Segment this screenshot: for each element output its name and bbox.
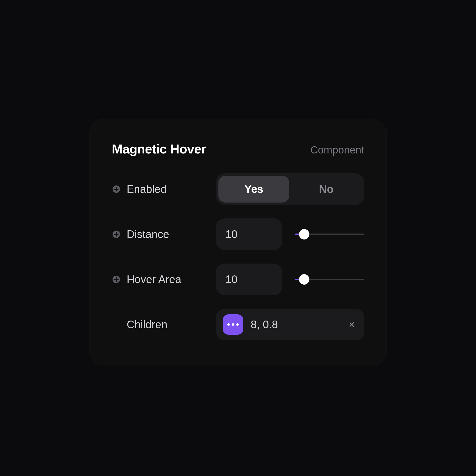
enabled-label: Enabled [127, 183, 167, 195]
enabled-yes-button[interactable]: Yes [218, 176, 289, 203]
distance-label: Distance [127, 228, 169, 240]
enabled-toggle: Yes No [216, 173, 364, 205]
panel-title: Magnetic Hover [112, 142, 206, 156]
row-label-wrap: Hover Area [112, 273, 216, 286]
row-enabled: Enabled Yes No [112, 173, 364, 205]
hover-area-input[interactable]: 10 [216, 264, 282, 295]
distance-input[interactable]: 10 [216, 218, 282, 250]
children-value-text: 8, 0.8 [251, 318, 339, 331]
slider-thumb[interactable] [299, 274, 309, 285]
more-horizontal-icon[interactable] [223, 314, 243, 335]
row-label-wrap: Enabled [112, 183, 216, 195]
enabled-no-button[interactable]: No [291, 176, 362, 203]
slider-thumb[interactable] [299, 229, 309, 239]
panel-type-tag: Component [310, 144, 364, 156]
close-icon[interactable] [346, 319, 357, 330]
hover-area-slider[interactable] [295, 273, 364, 285]
label-spacer [112, 320, 121, 329]
row-label-wrap: Children [112, 318, 216, 331]
row-hover-area: Hover Area 10 [112, 264, 364, 295]
children-label: Children [127, 318, 167, 331]
children-value-tag[interactable]: 8, 0.8 [216, 309, 364, 340]
plus-circle-icon[interactable] [112, 275, 121, 284]
distance-slider[interactable] [295, 228, 364, 240]
panel-header: Magnetic Hover Component [112, 142, 364, 156]
row-label-wrap: Distance [112, 228, 216, 240]
plus-circle-icon[interactable] [112, 230, 121, 239]
plus-circle-icon[interactable] [112, 185, 121, 194]
hover-area-label: Hover Area [127, 273, 181, 286]
row-children: Children 8, 0.8 [112, 309, 364, 340]
row-distance: Distance 10 [112, 218, 364, 250]
properties-panel: Magnetic Hover Component Enabled Yes No [89, 119, 387, 365]
